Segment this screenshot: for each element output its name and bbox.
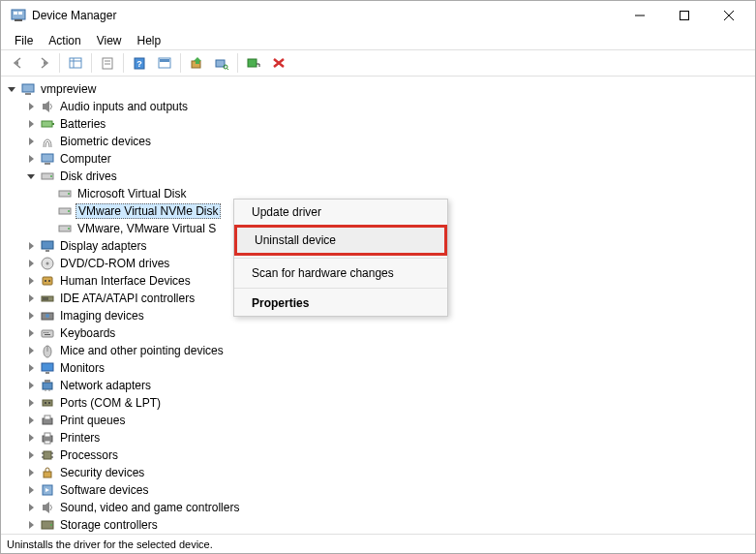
ctx-uninstall-device[interactable]: Uninstall device	[234, 225, 447, 256]
tree-node[interactable]: Print queues	[3, 412, 753, 429]
chevron-right-icon[interactable]	[24, 466, 38, 479]
chevron-right-icon[interactable]	[24, 396, 38, 410]
menu-help[interactable]: Help	[130, 32, 169, 47]
tree-node[interactable]: Mice and other pointing devices	[3, 342, 753, 359]
chevron-down-icon[interactable]	[5, 82, 18, 96]
chevron-right-icon[interactable]	[24, 414, 38, 427]
security-icon	[40, 465, 55, 480]
node-label: IDE ATA/ATAPI controllers	[58, 292, 197, 305]
node-label: Keyboards	[58, 326, 117, 340]
tree-node[interactable]: Security devices	[3, 464, 753, 481]
tree-node[interactable]: Storage controllers	[3, 516, 753, 534]
node-label: Batteries	[58, 117, 107, 131]
tree-node[interactable]: Biometric devices	[3, 133, 753, 150]
svg-line-21	[227, 69, 229, 71]
disk-icon	[57, 221, 73, 236]
node-label: Security devices	[58, 466, 146, 479]
ctx-update-driver[interactable]: Update driver	[234, 200, 447, 225]
chevron-right-icon[interactable]	[24, 518, 38, 532]
svg-rect-38	[42, 241, 53, 249]
tree-node[interactable]: Ports (COM & LPT)	[3, 394, 753, 412]
chevron-right-icon[interactable]	[24, 448, 38, 462]
update-driver-button[interactable]	[185, 52, 208, 74]
chevron-right-icon[interactable]	[24, 344, 38, 357]
menubar: File Action View Help	[1, 30, 755, 49]
menu-view[interactable]: View	[89, 32, 130, 47]
node-label: Biometric devices	[58, 135, 153, 148]
chevron-right-icon[interactable]	[24, 100, 38, 113]
svg-rect-19	[216, 60, 225, 67]
back-button[interactable]	[7, 52, 30, 74]
chevron-right-icon[interactable]	[24, 135, 38, 148]
enable-device-button[interactable]	[242, 52, 265, 74]
tree-node[interactable]: Keyboards	[3, 324, 753, 342]
tree-node[interactable]: Software devices	[3, 481, 753, 499]
svg-rect-29	[45, 163, 50, 165]
tree-node[interactable]: Sound, video and game controllers	[3, 499, 753, 516]
ctx-scan-hardware[interactable]: Scan for hardware changes	[234, 261, 447, 286]
tree-node[interactable]: Disk drives	[3, 168, 753, 185]
tree-node[interactable]: Processors	[3, 446, 753, 464]
svg-rect-26	[42, 121, 52, 127]
node-label: Imaging devices	[58, 309, 146, 323]
chevron-right-icon[interactable]	[24, 379, 38, 392]
svg-point-35	[68, 210, 70, 212]
svg-rect-77	[44, 472, 51, 477]
minimize-button[interactable]	[618, 1, 662, 30]
close-button[interactable]	[707, 1, 751, 30]
maximize-button[interactable]	[662, 1, 707, 30]
svg-rect-42	[43, 277, 52, 285]
svg-rect-68	[45, 416, 50, 419]
ctx-properties[interactable]: Properties	[234, 291, 447, 316]
uninstall-button[interactable]	[267, 52, 290, 74]
svg-rect-3	[15, 19, 22, 21]
chevron-right-icon[interactable]	[24, 117, 38, 131]
show-hide-tree-button[interactable]	[64, 52, 87, 74]
node-label: Ports (COM & LPT)	[58, 396, 163, 410]
chevron-right-icon[interactable]	[24, 257, 38, 270]
disk-icon	[57, 186, 73, 201]
chevron-right-icon[interactable]	[24, 309, 38, 323]
chevron-right-icon[interactable]	[24, 501, 38, 514]
svg-text:?: ?	[136, 59, 142, 69]
node-label: Display adapters	[58, 239, 148, 253]
device-tree[interactable]: vmpreview Audio inputs and outputsBatter…	[1, 77, 755, 534]
svg-rect-22	[248, 59, 257, 67]
tree-node[interactable]: Audio inputs and outputs	[3, 98, 753, 115]
chevron-right-icon[interactable]	[24, 152, 38, 166]
properties-button[interactable]	[96, 52, 119, 74]
tree-root[interactable]: vmpreview	[3, 80, 753, 98]
chevron-right-icon[interactable]	[24, 274, 38, 288]
svg-point-37	[68, 228, 70, 230]
svg-point-50	[45, 314, 49, 318]
tree-node[interactable]: Printers	[3, 429, 753, 446]
chevron-right-icon[interactable]	[24, 431, 38, 445]
chevron-right-icon[interactable]	[24, 326, 38, 340]
chevron-right-icon[interactable]	[24, 483, 38, 497]
help-button[interactable]: ?	[128, 52, 151, 74]
node-label: Network adapters	[58, 379, 153, 392]
menu-action[interactable]: Action	[41, 32, 88, 47]
storage-icon	[40, 517, 55, 533]
node-label: vmpreview	[39, 82, 98, 96]
svg-point-44	[48, 280, 50, 282]
chevron-right-icon[interactable]	[24, 239, 38, 253]
tree-node[interactable]: Network adapters	[3, 377, 753, 394]
monitor-icon	[40, 360, 55, 376]
forward-button[interactable]	[32, 52, 55, 74]
chevron-right-icon[interactable]	[24, 361, 38, 375]
action-button[interactable]	[153, 52, 176, 74]
svg-rect-5	[680, 12, 689, 20]
chevron-right-icon[interactable]	[24, 292, 38, 305]
keyboard-icon	[40, 325, 55, 341]
display-icon	[40, 238, 55, 254]
tree-node[interactable]: Computer	[3, 150, 753, 168]
tree-node[interactable]: Batteries	[3, 115, 753, 133]
scan-hardware-button[interactable]	[210, 52, 233, 74]
menu-file[interactable]: File	[7, 32, 41, 47]
tree-node[interactable]: Monitors	[3, 359, 753, 377]
context-menu: Update driver Uninstall device Scan for …	[233, 199, 448, 317]
app-icon	[11, 8, 26, 23]
svg-rect-23	[22, 84, 34, 92]
chevron-down-icon[interactable]	[24, 169, 38, 183]
